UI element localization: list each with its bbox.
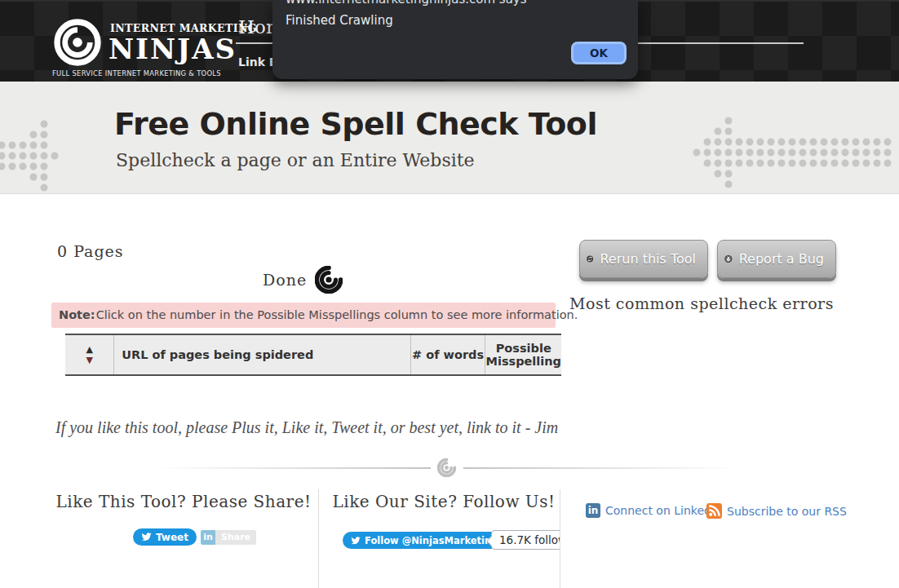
crawl-status: Done [263,266,343,294]
divider-line-left [155,467,431,469]
divider-spiral-icon [437,458,456,477]
spidered-pages-table: ▲ ▼ URL of pages being spidered # of wor… [65,334,561,376]
column-header-possible-misspelling[interactable]: Possible Misspelling [485,334,561,375]
share-request-note: If you like this tool, please Plus it, L… [55,418,558,437]
rerun-button-label: Rerun this Tool [600,251,696,267]
footer-column-divider [318,489,319,588]
spinner-spiral-icon [315,266,343,294]
divider-line-right [463,467,739,469]
note-prefix: Note: [59,308,95,321]
followers-count-clip: 16.7K followers [487,528,560,553]
done-label: Done [263,271,307,289]
dialog-origin-text: www.internetmarketingninjas.com says [286,0,527,7]
ninja-spiral-logo-icon [54,19,101,66]
twitter-follow-button[interactable]: Follow @NinjasMarketing [343,532,506,549]
report-bug-button[interactable]: Report a Bug [717,240,836,278]
follow-section-heading: Like Our Site? Follow Us! [328,492,560,511]
nav-item-link-tools[interactable]: Link E [238,55,277,69]
twitter-bird-icon [351,536,361,546]
linkedin-icon: in [586,503,600,518]
pages-count: 0 Pages [57,242,124,260]
dotted-arrow-left-icon [692,116,899,191]
logo-tagline: FULL SERVICE INTERNET MARKETING & TOOLS [52,69,212,77]
followers-count-badge: 16.7K followers [491,530,560,550]
column-header-word-count[interactable]: # of words [410,334,485,375]
note-text: Click on the number in the Possible Miss… [96,308,578,321]
page-subtitle: Spellcheck a page or an Entire Website [116,150,475,170]
twitter-bird-icon [141,532,152,542]
report-button-label: Report a Bug [739,251,824,267]
logo-name: NINJAS [108,33,210,65]
bug-icon [724,246,733,272]
sort-column-header[interactable]: ▲ ▼ [65,334,114,375]
rss-link-label: Subscribe to our RSS [727,505,847,518]
sort-descending-icon[interactable]: ▼ [65,355,113,365]
connect-linkedin-link[interactable]: in Connect on LinkedIn [586,503,722,518]
column-header-url[interactable]: URL of pages being spidered [114,334,411,375]
follow-button-label: Follow @NinjasMarketing [365,535,498,546]
footer-column-divider [560,489,560,588]
linkedin-share-button[interactable]: in Share [201,530,256,545]
sort-ascending-icon[interactable]: ▲ [65,344,113,355]
dialog-message: Finished Crawling [286,13,393,28]
most-common-errors-link[interactable]: Most common spellcheck errors [569,294,834,312]
rss-icon [706,503,722,519]
linkedin-in-icon: in [201,530,215,545]
refresh-icon [587,246,593,272]
rss-subscribe-link[interactable]: Subscribe to our RSS [706,503,847,519]
linkedin-link-label: Connect on LinkedIn [605,504,722,517]
ok-button[interactable]: OK [571,42,627,64]
linkedin-share-label: Share [215,530,256,545]
table-header-row: ▲ ▼ URL of pages being spidered # of wor… [65,334,561,375]
page: INTERNET MARKETING NINJAS FULL SERVICE I… [0,0,899,588]
tweet-button-label: Tweet [156,532,188,543]
rerun-tool-button[interactable]: Rerun this Tool [579,240,708,278]
hero-banner: Free Online Spell Check Tool Spellcheck … [0,82,899,194]
tweet-button[interactable]: Tweet [133,528,197,546]
browser-alert-dialog: www.internetmarketingninjas.com says Fin… [272,0,638,79]
share-section-heading: Like This Tool? Please Share! [49,492,318,511]
dotted-arrow-right-icon [0,119,78,194]
page-title: Free Online Spell Check Tool [114,106,597,142]
note-banner: Note:Click on the number in the Possible… [51,303,556,328]
